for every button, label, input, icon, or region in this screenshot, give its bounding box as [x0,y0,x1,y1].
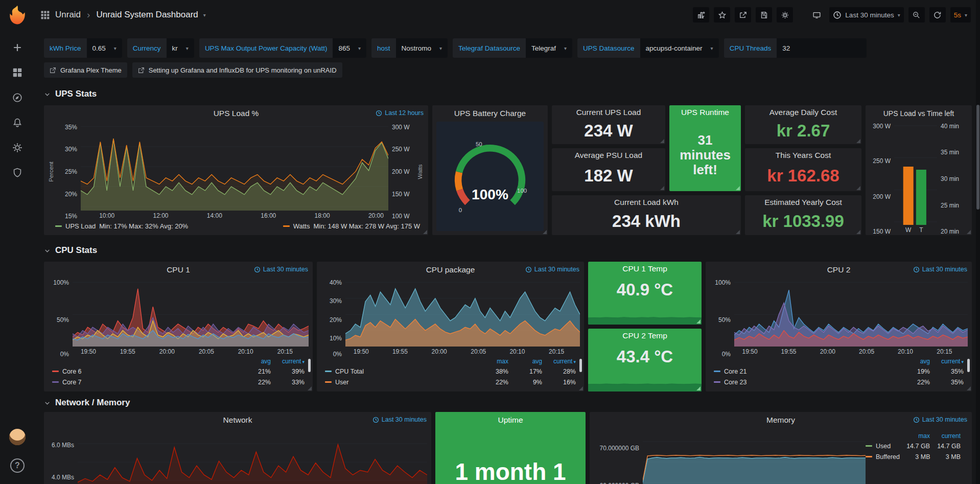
section-cpu-stats[interactable]: CPU Stats [44,244,972,257]
dashboard-link-ups-monitoring-guide[interactable]: Setting up Grafana and InfluxDB for UPS … [132,62,342,78]
panel-title[interactable]: Network [223,416,252,425]
memory-chart[interactable] [643,431,866,484]
legend-row[interactable]: Core 23 22%35% [714,377,964,387]
legend-sort-current[interactable]: current▾ [542,358,576,365]
stat-value: 234 W [552,119,665,144]
variable-currency[interactable]: Currency kr▾ [127,38,194,58]
dashboards-icon[interactable] [12,67,23,78]
legend-scrollbar[interactable] [308,359,311,372]
section-network-memory[interactable]: Network / Memory [44,397,972,409]
share-button[interactable] [735,7,751,22]
panel-title[interactable]: Current Load kWh [614,198,679,207]
star-button[interactable] [714,7,730,22]
panel-time-range[interactable]: Last 12 hours [376,109,424,117]
grafana-logo-icon[interactable] [7,4,28,26]
panel-title[interactable]: CPU 1 Temp [622,264,667,273]
caret-down-icon: ▾ [564,45,567,51]
dashboard-settings-button[interactable] [777,7,793,22]
legend-row[interactable]: User 22%9%16% [325,377,576,387]
panel-title[interactable]: Current UPS Load [576,108,641,117]
title-caret-icon[interactable]: ▾ [203,12,206,18]
panel-time-range[interactable]: Last 30 minutes [254,266,308,273]
variable-ups-datasource[interactable]: UPS Datasource apcupsd-container▾ [577,38,719,58]
legend-sort-current[interactable]: current [930,432,961,440]
legend-scrollbar[interactable] [967,359,970,372]
panel-title[interactable]: Memory [766,416,795,425]
alerting-bell-icon[interactable] [12,117,23,128]
legend-row[interactable]: Buffered 3 MB3 MB [866,451,961,462]
axis-tick: 20:15 [549,348,564,355]
panel-title[interactable]: Average Daily Cost [769,108,837,117]
panel-time-range[interactable]: Last 30 minutes [913,266,967,273]
panel-title[interactable]: Average PSU Load [575,151,642,160]
legend-sort-max[interactable]: max [475,358,508,365]
legend-item-ups-load[interactable]: UPS Load Min: 17% Max: 32% Avg: 20% [55,222,188,230]
section-ups-stats[interactable]: UPS Stats [44,88,972,100]
cpu-threads-input[interactable]: 32 [782,44,790,52]
legend-sort-current[interactable]: current▾ [930,358,964,365]
legend-item-watts[interactable]: Watts Min: 148 W Max: 278 W Avg: 175 W [283,222,420,230]
explore-compass-icon[interactable] [12,92,23,103]
clock-icon [913,417,920,423]
ups-load-time-bars-chart[interactable] [894,123,937,225]
cpu2-chart[interactable] [734,279,968,347]
dashboard-link-grafana-plex-theme[interactable]: Grafana Plex Theme [44,62,127,78]
legend-row[interactable]: Core 7 22%33% [52,377,305,387]
variable-kwh-price[interactable]: kWh Price 0.65▾ [44,38,122,58]
x-axis: WT [894,225,937,235]
configuration-gear-icon[interactable] [12,142,23,153]
panel-title[interactable]: CPU package [426,265,475,274]
variable-telegraf-datasource[interactable]: Telegraf Datasource Telegraf▾ [453,38,572,58]
legend-row[interactable]: Used 14.7 GB14.7 GB [866,441,961,451]
legend-sort-max[interactable]: max [899,432,930,440]
refresh-interval-picker[interactable]: 5s ▾ [950,7,971,22]
legend-sort-current[interactable]: current▾ [271,358,305,365]
save-button[interactable] [756,7,772,22]
legend-scrollbar[interactable] [579,359,582,372]
legend-sort-avg[interactable]: avg [237,358,271,365]
cpu1-chart[interactable] [73,279,309,347]
zoom-out-button[interactable] [908,7,925,22]
variable-ups-max-output[interactable]: UPS Max Output Power Capacity (Watt) 865… [199,38,366,58]
cpu-package-chart[interactable] [345,279,580,347]
panel-title[interactable]: Uptime [498,416,523,425]
page-scrollbar[interactable] [976,0,980,484]
tv-cycle-button[interactable] [808,7,825,22]
panel-title[interactable]: UPS Load % [214,109,259,118]
legend-row[interactable]: CPU Total 38%17%28% [325,366,576,377]
panel-title[interactable]: Estimated Yearly Cost [764,198,842,207]
legend-sort-avg[interactable]: avg [508,358,542,365]
panel-time-range[interactable]: Last 30 minutes [913,416,967,423]
panel-title[interactable]: UPS Load vs Time left [883,109,954,118]
add-panel-button[interactable] [693,7,709,22]
panel-title[interactable]: CPU 1 [167,265,190,274]
dashboard-title[interactable]: Unraid System Dashboard [96,10,198,20]
panel-time-range[interactable]: Last 30 minutes [372,416,427,423]
legend-sort-avg[interactable]: avg [896,358,930,365]
panel-title[interactable]: This Years Cost [776,151,831,160]
help-icon[interactable]: ? [10,458,25,473]
link-label: Setting up Grafana and InfluxDB for UPS … [149,66,337,74]
legend-row[interactable]: Core 21 19%35% [714,366,964,377]
panel-title[interactable]: CPU 2 Temp [622,331,667,340]
breadcrumb-app[interactable]: Unraid [55,10,81,20]
panel-title[interactable]: UPS Runtime [681,108,729,117]
admin-shield-icon[interactable] [12,167,23,178]
refresh-button[interactable] [929,7,946,22]
user-avatar[interactable] [9,429,26,445]
network-chart[interactable] [78,434,427,484]
panel-title[interactable]: CPU 2 [827,265,851,274]
variable-host[interactable]: host Nostromo▾ [371,38,448,58]
ups-load-chart[interactable] [81,123,388,211]
time-range-picker[interactable]: Last 30 minutes ▾ [829,7,903,22]
scrollbar-thumb[interactable] [976,105,979,210]
legend-row[interactable]: Core 6 21%39% [52,366,305,377]
apps-grid-icon[interactable] [40,10,50,20]
panel-title[interactable]: UPS Battery Charge [454,109,526,118]
axis-tick: 35% [65,124,77,131]
variable-cpu-threads[interactable]: CPU Threads 32 [724,38,867,58]
panel-time-range[interactable]: Last 30 minutes [525,266,579,273]
battery-gauge[interactable]: 0 50 100 100% [436,122,544,231]
create-icon[interactable] [12,42,23,53]
y-axis-left: 70.000000 GB60.000000 GB50.000000 GB [593,429,643,484]
